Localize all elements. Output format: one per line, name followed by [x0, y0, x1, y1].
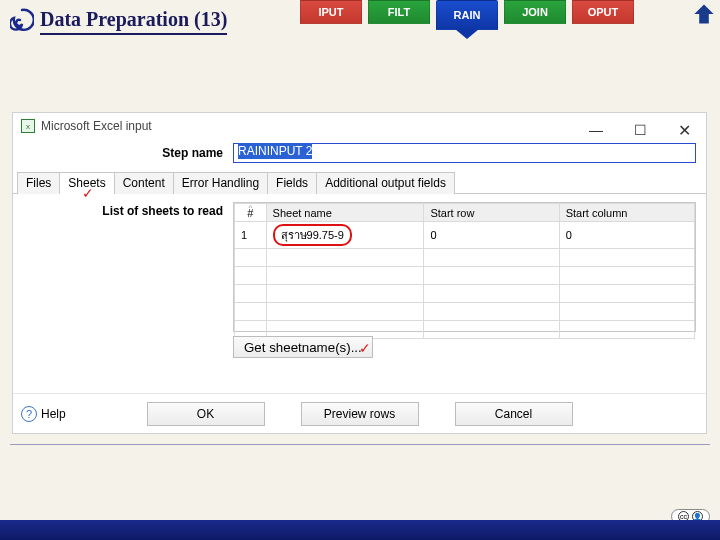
tab-error-handling[interactable]: Error Handling	[173, 172, 268, 194]
table-row[interactable]	[235, 285, 695, 303]
col-startcol[interactable]: Start column	[559, 204, 694, 222]
dialog-title: Microsoft Excel input	[41, 119, 152, 133]
tab-fields[interactable]: Fields	[267, 172, 317, 194]
preview-rows-button[interactable]: Preview rows	[301, 402, 419, 426]
checkmark-icon: ✓	[359, 340, 371, 356]
tab-additional-output[interactable]: Additional output fields	[316, 172, 455, 194]
nav-tab-iput[interactable]: IPUT	[300, 0, 362, 24]
tab-content[interactable]: Content	[114, 172, 174, 194]
spiral-icon	[10, 8, 34, 35]
table-row[interactable]	[235, 267, 695, 285]
stepname-input[interactable]: RAININPUT 2	[233, 143, 696, 163]
sheets-grid[interactable]: # Sheet name Start row Start column 1 สุ…	[233, 202, 696, 332]
nav-tab-oput[interactable]: OPUT	[572, 0, 634, 24]
window-minimize-button[interactable]: —	[574, 117, 618, 143]
table-row[interactable]	[235, 249, 695, 267]
nav-tab-rain[interactable]: RAIN	[436, 0, 498, 30]
excel-input-dialog: x Microsoft Excel input — ☐ ✕ Step name …	[12, 112, 707, 434]
nav-tab-filt[interactable]: FILT	[368, 0, 430, 24]
footer-divider	[10, 444, 710, 445]
col-startrow[interactable]: Start row	[424, 204, 559, 222]
cell-startrow[interactable]: 0	[424, 222, 559, 249]
window-maximize-button[interactable]: ☐	[618, 117, 662, 143]
help-label: Help	[41, 407, 66, 421]
pipeline-nav: IPUT FILT RAIN JOIN OPUT	[300, 0, 634, 30]
help-icon: ?	[21, 406, 37, 422]
stepname-label: Step name	[23, 146, 233, 160]
window-close-button[interactable]: ✕	[662, 117, 706, 143]
scroll-top-icon[interactable]	[692, 2, 716, 26]
tab-files[interactable]: Files	[17, 172, 60, 194]
help-button[interactable]: ? Help	[21, 406, 66, 422]
checkmark-icon: ✓	[82, 185, 94, 201]
cell-sheetname[interactable]: สุราษ99.75-9	[266, 222, 424, 249]
nav-tab-join[interactable]: JOIN	[504, 0, 566, 24]
excel-icon: x	[21, 119, 35, 133]
cancel-button[interactable]: Cancel	[455, 402, 573, 426]
dialog-tabs: Files Sheets ✓ Content Error Handling Fi…	[13, 171, 706, 194]
tab-sheets[interactable]: Sheets ✓	[59, 172, 114, 194]
highlighted-value: สุราษ99.75-9	[273, 224, 352, 246]
get-sheetnames-button[interactable]: Get sheetname(s)...	[233, 336, 373, 358]
cell-startcol[interactable]: 0	[559, 222, 694, 249]
stepname-value: RAININPUT 2	[238, 143, 312, 159]
ok-button[interactable]: OK	[147, 402, 265, 426]
footer-bar	[0, 520, 720, 540]
col-sheetname[interactable]: Sheet name	[266, 204, 424, 222]
page-title: Data Preparation (13)	[40, 8, 227, 35]
table-row[interactable]: 1 สุราษ99.75-9 0 0	[235, 222, 695, 249]
col-index[interactable]: #	[235, 204, 267, 222]
cell-index: 1	[235, 222, 267, 249]
sheets-list-label: List of sheets to read	[23, 202, 233, 332]
table-row[interactable]	[235, 303, 695, 321]
